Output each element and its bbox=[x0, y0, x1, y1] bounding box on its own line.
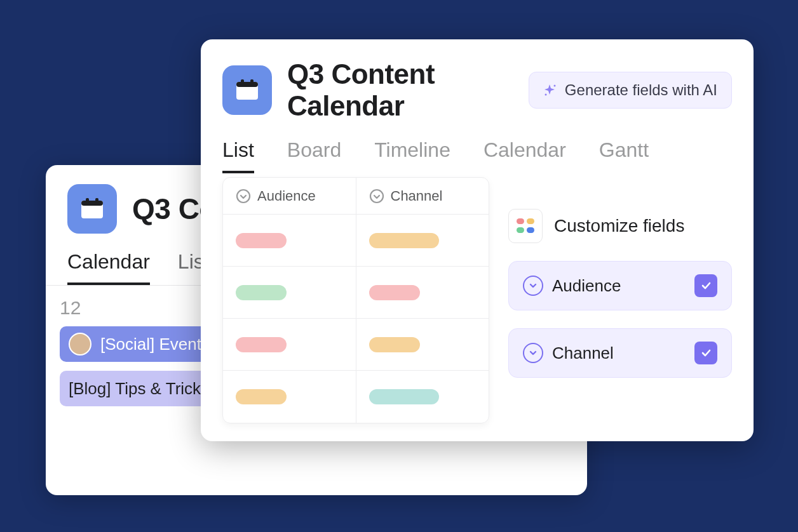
table-cell[interactable] bbox=[223, 215, 356, 267]
project-title: Q3 Content Calendar bbox=[287, 58, 513, 122]
svg-rect-5 bbox=[236, 82, 258, 87]
svg-rect-14 bbox=[517, 227, 524, 233]
value-pill bbox=[236, 337, 287, 352]
value-pill bbox=[369, 233, 439, 248]
dropdown-icon bbox=[369, 189, 384, 204]
column-header-audience[interactable]: Audience bbox=[223, 178, 356, 215]
calendar-icon bbox=[67, 184, 117, 234]
value-pill bbox=[369, 337, 420, 352]
table-cell[interactable] bbox=[356, 267, 489, 319]
svg-point-9 bbox=[544, 94, 546, 96]
value-pill bbox=[236, 285, 287, 300]
view-tabs: ListBoardTimelineCalendarGantt bbox=[201, 122, 754, 173]
project-body: Audience Channel bbox=[201, 177, 754, 423]
table-cell[interactable] bbox=[356, 215, 489, 267]
svg-rect-2 bbox=[86, 198, 89, 203]
svg-rect-3 bbox=[95, 198, 98, 203]
value-pill bbox=[236, 233, 287, 248]
tab-calendar[interactable]: Calendar bbox=[484, 138, 566, 173]
value-pill bbox=[369, 389, 439, 404]
event-label: [Blog] Tips & Tricks bbox=[69, 379, 209, 399]
tab-timeline[interactable]: Timeline bbox=[374, 138, 450, 173]
sparkle-icon bbox=[543, 83, 557, 97]
svg-rect-13 bbox=[527, 218, 534, 224]
fields-icon bbox=[508, 209, 543, 243]
column-header-label: Channel bbox=[391, 188, 443, 204]
dropdown-icon bbox=[523, 343, 543, 363]
column-header-channel[interactable]: Channel bbox=[356, 178, 489, 215]
customize-panel: Customize fields Audience Channel bbox=[508, 177, 732, 396]
tab-list[interactable]: List bbox=[222, 138, 254, 173]
customize-header: Customize fields bbox=[508, 209, 732, 243]
field-checkbox[interactable] bbox=[694, 342, 717, 364]
project-card: Q3 Content Calendar Generate fields with… bbox=[201, 39, 754, 441]
field-name: Channel bbox=[552, 343, 686, 363]
svg-rect-7 bbox=[250, 79, 254, 84]
svg-rect-6 bbox=[241, 79, 244, 84]
dropdown-icon bbox=[523, 276, 543, 296]
value-pill bbox=[236, 389, 287, 404]
svg-rect-15 bbox=[527, 227, 534, 233]
tab-board[interactable]: Board bbox=[287, 138, 341, 173]
fields-table: Audience Channel bbox=[222, 177, 489, 423]
dropdown-icon bbox=[236, 189, 251, 204]
field-toggle-audience[interactable]: Audience bbox=[508, 261, 732, 310]
table-cell[interactable] bbox=[356, 371, 489, 423]
svg-point-11 bbox=[370, 190, 383, 203]
calendar-icon bbox=[222, 65, 272, 115]
field-checkbox[interactable] bbox=[694, 274, 717, 297]
svg-point-10 bbox=[237, 190, 250, 203]
field-name: Audience bbox=[552, 276, 686, 296]
value-pill bbox=[369, 285, 420, 300]
column-header-label: Audience bbox=[257, 188, 316, 204]
project-header: Q3 Content Calendar Generate fields with… bbox=[201, 39, 754, 122]
table-cell[interactable] bbox=[223, 267, 356, 319]
table-cell[interactable] bbox=[356, 319, 489, 371]
tab-gantt[interactable]: Gantt bbox=[599, 138, 649, 173]
svg-rect-1 bbox=[81, 201, 103, 206]
svg-point-8 bbox=[553, 85, 555, 87]
generate-ai-label: Generate fields with AI bbox=[565, 81, 717, 99]
avatar bbox=[69, 333, 91, 356]
table-cell[interactable] bbox=[223, 371, 356, 423]
field-toggle-channel[interactable]: Channel bbox=[508, 328, 732, 378]
svg-rect-12 bbox=[517, 218, 524, 224]
customize-heading: Customize fields bbox=[554, 216, 684, 236]
tab-calendar[interactable]: Calendar bbox=[67, 250, 150, 285]
generate-ai-button[interactable]: Generate fields with AI bbox=[529, 72, 732, 109]
table-cell[interactable] bbox=[223, 319, 356, 371]
